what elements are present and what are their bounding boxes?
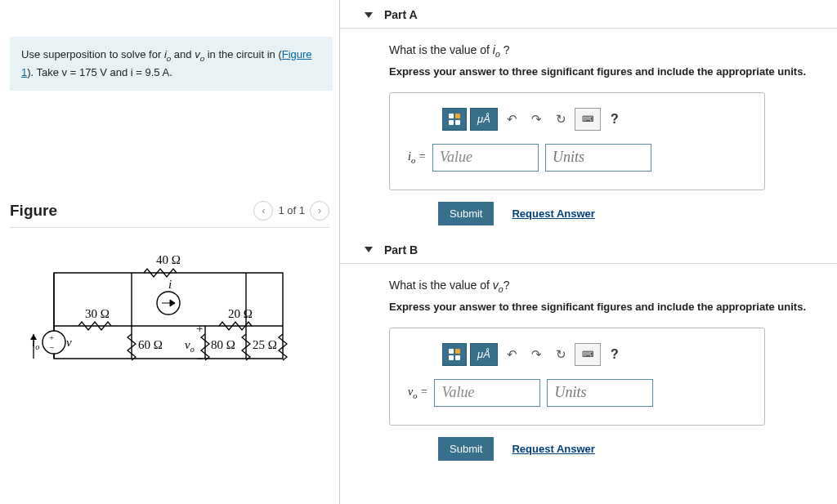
svg-text:25 Ω: 25 Ω <box>253 338 277 351</box>
reset-button[interactable]: ↻ <box>550 343 571 366</box>
units-input-b[interactable] <box>547 379 653 407</box>
redo-button[interactable]: ↷ <box>526 108 547 131</box>
svg-text:40 Ω: 40 Ω <box>156 253 181 266</box>
reset-button[interactable]: ↻ <box>550 108 571 131</box>
keyboard-button[interactable]: ⌨ <box>575 343 601 366</box>
part-b-instructions: Express your answer to three significant… <box>389 301 837 313</box>
svg-text:60 Ω: 60 Ω <box>138 338 163 351</box>
vo-label: vo = <box>408 386 427 400</box>
part-a-header[interactable]: Part A <box>340 0 837 29</box>
redo-button[interactable]: ↷ <box>526 343 547 366</box>
help-button[interactable]: ? <box>604 108 625 131</box>
undo-button[interactable]: ↶ <box>501 343 522 366</box>
chevron-down-icon <box>365 12 373 18</box>
submit-button-b[interactable]: Submit <box>438 437 494 461</box>
special-chars-button[interactable]: μÅ <box>470 108 498 131</box>
units-input-a[interactable] <box>545 144 651 172</box>
part-a-answer-box: μÅ ↶ ↷ ↻ ⌨ ? io = <box>389 92 765 190</box>
part-b-header[interactable]: Part B <box>340 235 837 264</box>
part-a: Part A What is the value of io ? Express… <box>340 0 837 235</box>
circuit-diagram: 40 Ω 30 Ω 20 Ω 60 Ω 80 Ω 25 Ω i io v vo … <box>21 252 339 394</box>
chevron-down-icon <box>365 247 373 252</box>
special-chars-button[interactable]: μÅ <box>470 343 498 366</box>
request-answer-b[interactable]: Request Answer <box>512 443 594 455</box>
keyboard-button[interactable]: ⌨ <box>575 108 601 131</box>
svg-text:v: v <box>66 336 72 349</box>
submit-button-a[interactable]: Submit <box>438 202 494 225</box>
next-figure-button[interactable]: › <box>310 201 329 221</box>
undo-button[interactable]: ↶ <box>501 108 522 131</box>
svg-text:i: i <box>168 278 172 291</box>
formula-template-button[interactable] <box>442 108 467 131</box>
value-input-a[interactable] <box>432 144 539 172</box>
problem-statement: Use superposition to solve for io and vo… <box>10 37 333 91</box>
part-a-instructions: Express your answer to three significant… <box>389 65 837 78</box>
formula-template-button[interactable] <box>442 343 467 366</box>
request-answer-a[interactable]: Request Answer <box>512 207 594 220</box>
value-input-b[interactable] <box>434 379 540 407</box>
svg-text:−: − <box>49 342 54 352</box>
help-button[interactable]: ? <box>604 343 625 366</box>
figure-pager: ‹ 1 of 1 › <box>253 201 329 221</box>
svg-text:20 Ω: 20 Ω <box>228 307 253 320</box>
part-b-question: What is the value of vo? <box>389 279 837 294</box>
part-b-answer-box: μÅ ↶ ↷ ↻ ⌨ ? vo = <box>389 328 765 426</box>
prev-figure-button[interactable]: ‹ <box>253 201 273 221</box>
svg-text:vo: vo <box>185 338 195 354</box>
svg-text:+: + <box>49 332 54 342</box>
svg-text:30 Ω: 30 Ω <box>85 307 110 320</box>
io-label: io = <box>408 150 426 165</box>
svg-text:+: + <box>196 322 203 335</box>
figure-title: Figure <box>10 202 57 220</box>
svg-text:−: − <box>196 352 203 365</box>
svg-text:80 Ω: 80 Ω <box>211 338 235 351</box>
part-a-question: What is the value of io ? <box>389 43 837 59</box>
part-b: Part B What is the value of vo? Express … <box>340 235 837 471</box>
